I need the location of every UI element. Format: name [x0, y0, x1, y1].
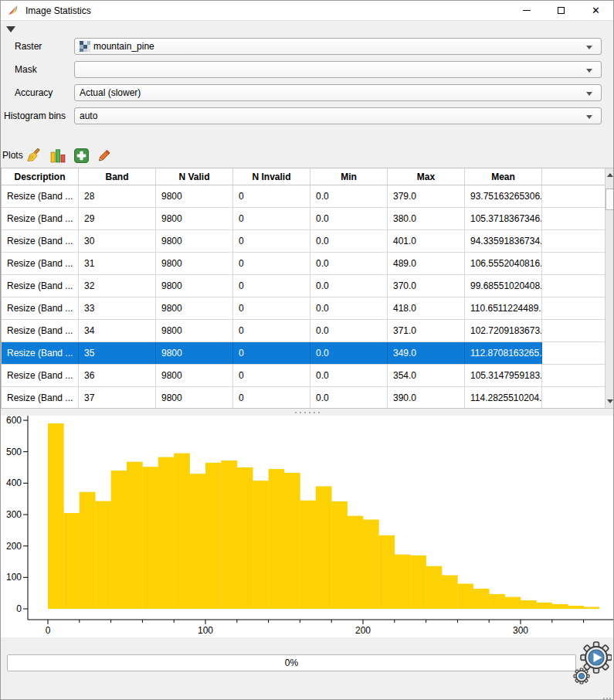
table-cell: 32 [79, 275, 156, 297]
table-row[interactable]: Resize (Band ...31980000.0489.0106.55520… [2, 253, 605, 275]
histogram-bar [348, 516, 364, 609]
histogram-plot-area: 01002003004005006000100200300 [1, 416, 614, 637]
plus-icon [74, 148, 89, 163]
mask-row: Mask [1, 61, 613, 78]
table-row[interactable]: Resize (Band ...33980000.0418.0110.65112… [2, 297, 605, 320]
table-row[interactable]: Resize (Band ...30980000.0401.094.335918… [2, 230, 605, 253]
raster-select[interactable]: mountain_pine [74, 38, 602, 55]
table-cell: 380.0 [388, 208, 465, 229]
close-button[interactable]: ✕ [578, 1, 613, 20]
histogram-bar [426, 566, 443, 609]
table-scrollbar[interactable] [605, 168, 614, 408]
table-cell: 102.7209183673... [465, 320, 542, 342]
table-row[interactable]: Resize (Band ...29980000.0380.0105.37183… [2, 208, 605, 230]
histogram-bar [521, 600, 537, 609]
histogram-plot-button[interactable] [49, 146, 67, 165]
histogram-bar [457, 583, 473, 609]
histogram-bins-select[interactable]: auto [74, 107, 602, 124]
chevron-down-icon [586, 69, 592, 73]
histogram-bar [80, 492, 96, 609]
histogram-bar [505, 597, 521, 609]
histogram-bar [127, 462, 143, 609]
table-cell: 0 [233, 342, 310, 364]
minimize-button[interactable] [509, 1, 544, 20]
titlebar: Image Statistics ✕ [1, 1, 613, 21]
x-tick-label: 100 [198, 625, 213, 636]
table-cell: 0 [233, 320, 310, 342]
table-cell: 0.0 [310, 342, 388, 364]
col-n-valid[interactable]: N Valid [156, 168, 233, 185]
y-tick-label: 100 [6, 572, 22, 583]
mask-select[interactable] [74, 61, 602, 78]
accuracy-select[interactable]: Actual (slower) [74, 84, 602, 101]
edit-plot-button[interactable] [95, 146, 114, 165]
histogram-bar [174, 454, 190, 609]
y-tick-label: 300 [6, 509, 22, 520]
col-description[interactable]: Description [2, 168, 79, 185]
col-min[interactable]: Min [310, 168, 388, 185]
chevron-down-icon [586, 92, 592, 96]
clear-plots-button[interactable] [24, 146, 42, 165]
histogram-bar [568, 606, 584, 609]
table-cell: 390.0 [388, 387, 465, 408]
table-cell-filler [542, 208, 605, 229]
scroll-down-button[interactable] [606, 395, 614, 408]
table-cell: 354.0 [388, 365, 465, 386]
histogram-bins-value: auto [80, 110, 97, 121]
table-cell: 0 [233, 275, 310, 297]
table-cell: Resize (Band ... [2, 365, 79, 386]
table-cell: 0.0 [310, 387, 388, 408]
table-cell: 0 [233, 365, 310, 386]
scroll-up-icon [607, 173, 613, 177]
col-band[interactable]: Band [79, 168, 156, 185]
minimize-icon [523, 10, 531, 11]
table-cell: 418.0 [388, 297, 465, 319]
histogram-bar [221, 460, 237, 609]
image-statistics-window: Image Statistics ✕ Raster [0, 0, 614, 700]
accuracy-value: Actual (slower) [80, 87, 141, 98]
table-cell: 370.0 [388, 275, 465, 297]
histogram-bar [536, 603, 552, 609]
table-cell-filler [542, 185, 605, 207]
histogram-bar [48, 423, 64, 609]
table-cell-filler [542, 297, 605, 319]
col-n-invalid[interactable]: N Invalid [233, 168, 310, 185]
table-header: Description Band N Valid N Invalid Min M… [2, 168, 605, 185]
mask-label: Mask [1, 64, 74, 75]
col-mean[interactable]: Mean [465, 168, 542, 185]
x-tick-label: 0 [46, 625, 51, 636]
histogram-bar [158, 457, 175, 609]
add-plot-button[interactable] [72, 146, 90, 165]
table-row[interactable]: Resize (Band ...37980000.0390.0114.28255… [2, 387, 605, 408]
table-body: Resize (Band ...28980000.0379.093.751632… [2, 185, 605, 408]
table-cell: 0 [233, 208, 310, 229]
plots-label: Plots [2, 150, 24, 161]
table-cell: Resize (Band ... [2, 320, 79, 342]
table-row[interactable]: Resize (Band ...35980000.0349.0112.87081… [2, 342, 605, 365]
splitter-handle[interactable] [1, 409, 613, 416]
run-button[interactable] [573, 640, 612, 686]
scroll-up-button[interactable] [606, 168, 614, 182]
collapsible-group-header[interactable] [1, 21, 613, 36]
table-row[interactable]: Resize (Band ...28980000.0379.093.751632… [2, 185, 605, 208]
table-cell: 34 [79, 320, 156, 342]
table-cell: 0 [233, 387, 310, 408]
table-cell: Resize (Band ... [2, 342, 79, 364]
band-statistics-table: Description Band N Valid N Invalid Min M… [1, 168, 614, 409]
table-cell-filler [542, 365, 605, 386]
window-title: Image Statistics [25, 5, 91, 16]
histogram-bar [410, 556, 426, 609]
y-tick-label: 200 [6, 541, 22, 552]
chevron-down-icon [586, 115, 592, 119]
table-cell: 99.68551020408... [465, 275, 542, 297]
table-cell: 28 [79, 185, 156, 207]
col-max[interactable]: Max [388, 168, 465, 185]
scrollbar-thumb[interactable] [606, 189, 614, 210]
table-row[interactable]: Resize (Band ...34980000.0371.0102.72091… [2, 320, 605, 342]
table-row[interactable]: Resize (Band ...32980000.0370.099.685510… [2, 275, 605, 297]
table-row[interactable]: Resize (Band ...36980000.0354.0105.31479… [2, 365, 605, 387]
footer: 0% [1, 637, 613, 700]
table-cell: 9800 [156, 185, 233, 207]
maximize-button[interactable] [544, 1, 578, 20]
resize-grip[interactable] [603, 698, 611, 699]
